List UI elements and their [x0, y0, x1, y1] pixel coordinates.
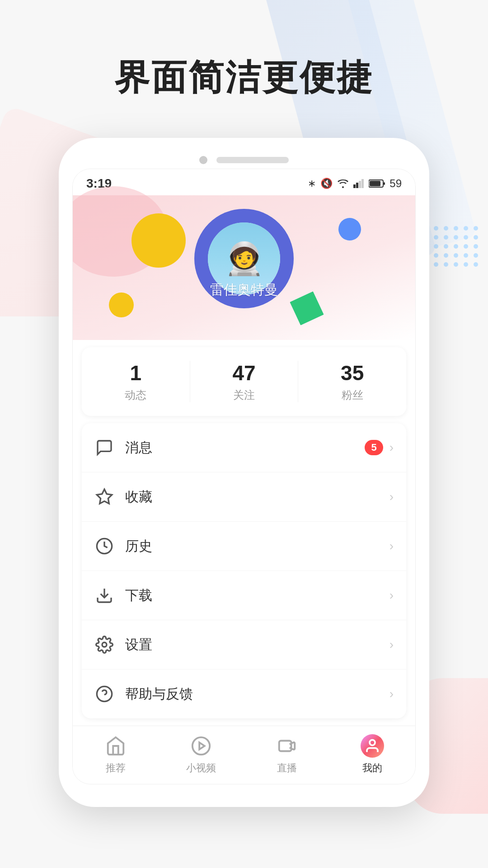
nav-live[interactable]: 直播 — [244, 734, 330, 775]
message-chevron: › — [389, 440, 394, 455]
dots-decoration — [424, 226, 479, 267]
battery-percent: 59 — [389, 177, 402, 190]
stat-posts-number: 1 — [82, 361, 190, 385]
stat-following-label: 关注 — [233, 389, 255, 401]
svg-rect-1 — [353, 184, 356, 188]
menu-item-help[interactable]: 帮助与反馈 › — [82, 670, 406, 718]
download-icon — [94, 585, 114, 605]
bg-yellow-circle — [131, 213, 186, 268]
bg-yellow-small-dot — [109, 292, 134, 317]
recommend-icon — [104, 734, 127, 758]
nav-short-video[interactable]: 小视频 — [159, 734, 244, 775]
vibrate-icon: 🔇 — [320, 178, 333, 189]
menu-item-history[interactable]: 历史 › — [82, 522, 406, 571]
menu-item-message[interactable]: 消息 5 › — [82, 423, 406, 472]
profile-username: 雷佳奥特曼 — [210, 281, 278, 299]
wifi-icon — [337, 179, 349, 189]
status-icons: ∗ 🔇 59 — [308, 177, 402, 190]
download-chevron: › — [389, 588, 394, 603]
svg-point-16 — [370, 740, 375, 745]
stat-following-number: 47 — [190, 361, 298, 385]
page-title: 界面简洁更便捷 — [0, 0, 488, 102]
signal-icon — [353, 179, 364, 188]
bg-green-shape — [284, 285, 330, 332]
nav-my-label: 我的 — [362, 761, 382, 775]
stat-followers-number: 35 — [298, 361, 406, 385]
nav-recommend[interactable]: 推荐 — [73, 734, 159, 775]
phone-camera — [199, 156, 207, 164]
history-label: 历史 — [125, 537, 389, 556]
stat-posts-label: 动态 — [125, 389, 146, 401]
settings-chevron: › — [389, 637, 394, 652]
help-label: 帮助与反馈 — [125, 685, 389, 703]
help-chevron: › — [389, 687, 394, 701]
svg-rect-2 — [356, 183, 358, 188]
svg-rect-3 — [359, 181, 361, 188]
phone-mockup: 3:19 ∗ 🔇 59 — [59, 138, 429, 807]
favorites-label: 收藏 — [125, 488, 389, 506]
menu-item-favorites[interactable]: 收藏 › — [82, 472, 406, 522]
profile-header: 雷佳奥特曼 — [73, 195, 415, 340]
menu-item-settings[interactable]: 设置 › — [82, 620, 406, 670]
menu-item-download[interactable]: 下载 › — [82, 571, 406, 620]
stat-posts[interactable]: 1 动态 — [82, 361, 190, 402]
message-label: 消息 — [125, 439, 365, 457]
nav-live-label: 直播 — [277, 761, 297, 775]
menu-list: 消息 5 › 收藏 › 历史 › — [82, 423, 406, 718]
bottom-nav: 推荐 小视频 直播 我的 — [73, 726, 415, 784]
svg-marker-8 — [97, 489, 112, 504]
svg-point-11 — [102, 642, 107, 647]
svg-rect-6 — [370, 181, 380, 186]
bg-blue-dot — [338, 218, 361, 241]
phone-speaker — [216, 157, 289, 163]
favorites-chevron: › — [389, 490, 394, 504]
nav-recommend-label: 推荐 — [106, 761, 126, 775]
message-badge: 5 — [365, 440, 383, 455]
live-icon — [275, 734, 299, 758]
stat-followers[interactable]: 35 粉丝 — [298, 361, 406, 402]
nav-my[interactable]: 我的 — [330, 734, 416, 775]
app-screen: 3:19 ∗ 🔇 59 — [72, 169, 416, 784]
history-chevron: › — [389, 539, 394, 553]
profile-avatar[interactable]: 雷佳奥特曼 — [194, 209, 294, 308]
svg-point-0 — [342, 186, 344, 188]
stat-following[interactable]: 47 关注 — [190, 361, 299, 402]
nav-short-video-label: 小视频 — [186, 761, 216, 775]
battery-icon — [369, 179, 385, 188]
stats-card: 1 动态 47 关注 35 粉丝 — [82, 347, 406, 416]
stat-followers-label: 粉丝 — [342, 389, 363, 401]
svg-rect-7 — [384, 182, 385, 185]
download-label: 下载 — [125, 586, 389, 605]
help-icon — [94, 684, 114, 704]
settings-icon — [94, 635, 114, 655]
phone-physical-bar — [72, 156, 416, 164]
svg-point-14 — [192, 737, 210, 755]
bluetooth-icon: ∗ — [308, 178, 316, 189]
settings-label: 设置 — [125, 636, 389, 654]
svg-rect-4 — [361, 179, 364, 188]
favorites-icon — [94, 487, 114, 507]
my-icon — [361, 734, 384, 758]
history-icon — [94, 536, 114, 556]
short-video-icon — [189, 734, 213, 758]
message-icon — [94, 438, 114, 458]
svg-marker-15 — [199, 742, 205, 749]
